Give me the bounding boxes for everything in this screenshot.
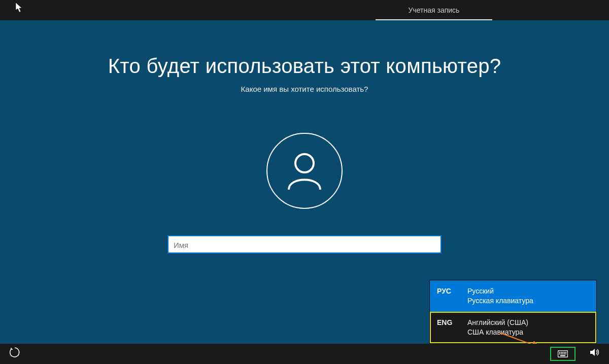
taskbar: [0, 344, 609, 364]
svg-rect-5: [562, 352, 563, 353]
name-field[interactable]: Имя: [167, 235, 442, 253]
lang-name: Английский (США): [467, 318, 528, 327]
speaker-icon: [590, 348, 600, 357]
name-field-placeholder: Имя: [174, 241, 188, 249]
user-avatar-placeholder: [266, 133, 343, 209]
volume-button[interactable]: [590, 348, 600, 359]
svg-rect-6: [564, 352, 565, 353]
tab-account[interactable]: Учетная запись: [376, 0, 492, 20]
lang-code: РУС: [437, 286, 467, 295]
tab-account-label: Учетная запись: [409, 6, 460, 14]
svg-point-0: [295, 154, 314, 172]
lang-name: Русский: [467, 286, 533, 296]
keyboard-icon: [558, 350, 568, 357]
svg-rect-12: [565, 353, 566, 354]
svg-rect-9: [561, 353, 562, 354]
page-title: Кто будет использовать этот компьютер?: [108, 55, 501, 78]
svg-rect-3: [559, 352, 560, 353]
ease-of-access-button[interactable]: [9, 347, 20, 360]
title-bar: Учетная запись: [0, 0, 609, 20]
lang-layout: Русская клавиатура: [467, 296, 533, 306]
cursor-icon: [15, 2, 23, 15]
user-icon: [283, 149, 326, 193]
page-subtitle: Какое имя вы хотите использовать?: [241, 85, 368, 93]
svg-rect-11: [564, 353, 565, 354]
svg-rect-7: [565, 352, 566, 353]
ease-of-access-icon: [9, 347, 20, 358]
svg-rect-13: [560, 355, 565, 356]
svg-rect-10: [562, 353, 563, 354]
lang-code: ENG: [437, 318, 467, 326]
on-screen-keyboard-button[interactable]: [550, 347, 576, 361]
lang-item-rus[interactable]: РУС Русский Русская клавиатура: [430, 280, 596, 312]
svg-rect-4: [561, 352, 562, 353]
svg-rect-8: [559, 353, 560, 354]
